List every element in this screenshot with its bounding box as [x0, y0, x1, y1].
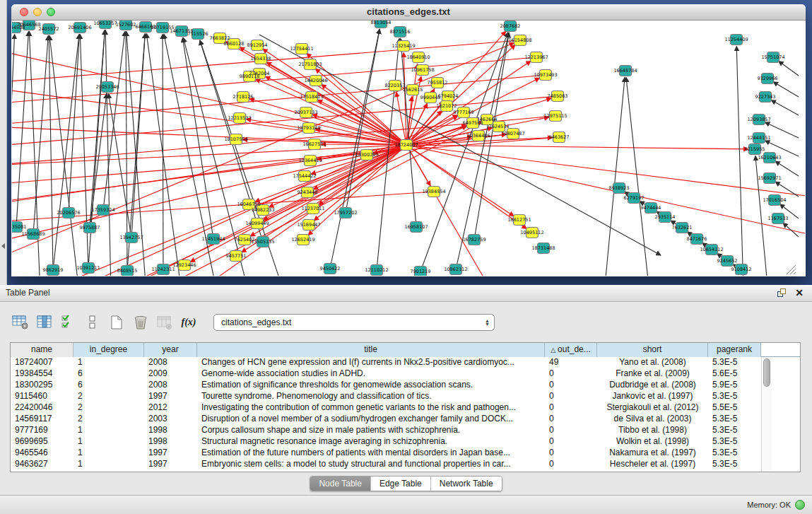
cell-out_de[interactable]: 0: [545, 368, 597, 380]
cell-pagerank[interactable]: 5.3E-5: [708, 425, 761, 436]
cell-out_de[interactable]: 0: [545, 436, 597, 448]
graph-edge[interactable]: [775, 161, 799, 176]
table-row[interactable]: 946554611997Estimation of the future num…: [11, 448, 800, 459]
graph-edge[interactable]: [16, 31, 28, 227]
graph-edge[interactable]: [108, 93, 131, 238]
column-header-out_de[interactable]: △out_de...: [545, 343, 597, 357]
cell-short[interactable]: de Silva et al. (2003): [597, 414, 708, 425]
column-header-pagerank[interactable]: pagerank: [708, 343, 761, 357]
cell-name[interactable]: 14569117: [11, 414, 73, 425]
cell-name[interactable]: 18724007: [11, 357, 73, 368]
cell-title[interactable]: Investigating the contribution of common…: [197, 402, 545, 414]
cell-in_degree[interactable]: 1: [73, 436, 144, 448]
cell-name[interactable]: 9115460: [11, 391, 73, 402]
cell-name[interactable]: 9777169: [11, 425, 73, 436]
graph-edge[interactable]: [111, 126, 466, 276]
cell-short[interactable]: Nakamura et al. (1997): [597, 448, 708, 459]
zoom-window-icon[interactable]: [47, 8, 55, 16]
table-scrollbar-thumb[interactable]: [763, 358, 770, 387]
table-settings-icon[interactable]: [10, 313, 31, 332]
cell-in_degree[interactable]: 1: [73, 459, 144, 470]
cell-out_de[interactable]: 0: [545, 414, 597, 425]
graph-edge[interactable]: [406, 145, 526, 229]
graph-edge[interactable]: [736, 46, 743, 276]
cell-name[interactable]: 9463627: [11, 459, 73, 470]
tab-node-table[interactable]: Node Table: [310, 477, 370, 491]
cell-pagerank[interactable]: 5.3E-5: [708, 391, 761, 402]
cell-title[interactable]: Embryonic stem cells: a model to study s…: [197, 459, 545, 470]
table-row[interactable]: 2242004622012Investigating the contribut…: [11, 402, 800, 414]
window-resize-grip[interactable]: [787, 265, 796, 274]
cell-title[interactable]: Corpus callosum shape and size in male p…: [197, 425, 545, 436]
cell-title[interactable]: Structural magnetic resonance image aver…: [197, 436, 545, 448]
table-scrollbar[interactable]: [761, 357, 772, 472]
cell-out_de[interactable]: 0: [545, 459, 597, 470]
new-table-icon[interactable]: [106, 313, 127, 332]
cell-year[interactable]: 2012: [144, 402, 197, 414]
cell-title[interactable]: Changes of HCN gene expression and I(f) …: [197, 357, 545, 368]
cell-out_de[interactable]: 0: [545, 391, 597, 402]
column-header-year[interactable]: year: [144, 343, 197, 357]
cell-short[interactable]: Hescheler et al. (1997): [597, 459, 708, 470]
graph-edge[interactable]: [33, 35, 48, 234]
cell-pagerank[interactable]: 5.5E-5: [708, 402, 761, 414]
cell-short[interactable]: Tibbo et al. (1998): [597, 425, 708, 436]
cell-name[interactable]: 9699695: [11, 436, 73, 448]
cell-in_degree[interactable]: 1: [73, 357, 144, 368]
table-row[interactable]: 946362711997Embryonic stem cells: a mode…: [11, 459, 800, 470]
cell-in_degree[interactable]: 1: [73, 448, 144, 459]
graph-edge[interactable]: [12, 192, 434, 222]
cell-out_de[interactable]: 0: [545, 402, 597, 414]
cell-out_de[interactable]: 0: [545, 380, 597, 391]
cell-in_degree[interactable]: 1: [73, 425, 144, 436]
cell-name[interactable]: 22420046: [11, 402, 73, 414]
graph-edge[interactable]: [256, 79, 406, 145]
cell-pagerank[interactable]: 5.3E-5: [708, 414, 761, 425]
graph-edge[interactable]: [604, 77, 625, 276]
graph-edge[interactable]: [49, 35, 53, 270]
graph-edge[interactable]: [779, 62, 799, 76]
cell-title[interactable]: Disruption of a novel member of a sodium…: [197, 414, 545, 425]
cell-out_de[interactable]: 49: [545, 357, 597, 368]
table-row[interactable]: 1872400712008Changes of HCN gene express…: [11, 357, 800, 368]
select-columns-icon[interactable]: [34, 313, 55, 332]
cell-name[interactable]: 19384554: [11, 368, 73, 380]
cell-title[interactable]: Estimation of the future numbers of pati…: [197, 448, 545, 459]
cell-pagerank[interactable]: 5.9E-5: [708, 380, 761, 391]
function-builder-icon[interactable]: f(x): [178, 313, 199, 332]
table-row[interactable]: 977716911998Corpus callosum shape and si…: [11, 425, 800, 436]
cell-pagerank[interactable]: 5.3E-5: [708, 448, 761, 459]
graph-edge[interactable]: [456, 33, 509, 269]
tab-network-table[interactable]: Network Table: [430, 477, 502, 491]
cell-year[interactable]: 1997: [144, 459, 197, 470]
window-titlebar[interactable]: citations_edges.txt: [11, 4, 806, 21]
graph-edge[interactable]: [783, 223, 799, 237]
cell-out_de[interactable]: 0: [545, 425, 597, 436]
table-row[interactable]: 1938455462009Genome-wide association stu…: [11, 368, 800, 380]
delete-table-icon[interactable]: [130, 313, 151, 332]
cell-in_degree[interactable]: 6: [73, 380, 144, 391]
cell-in_degree[interactable]: 2: [73, 414, 144, 425]
graph-edge[interactable]: [249, 99, 406, 145]
cell-year[interactable]: 2008: [144, 357, 197, 368]
column-header-short[interactable]: short: [597, 343, 708, 357]
cell-year[interactable]: 1997: [144, 448, 197, 459]
node-table[interactable]: namein_degreeyeartitle△out_de...shortpag…: [10, 342, 801, 472]
cell-short[interactable]: Franke et al. (2009): [597, 368, 708, 380]
network-svg[interactable]: 8844508206465682405572206914061065325715…: [12, 21, 805, 276]
cell-short[interactable]: Jankovic et al. (1997): [597, 391, 708, 402]
close-window-icon[interactable]: [20, 8, 28, 16]
cell-year[interactable]: 1998: [144, 425, 197, 436]
graph-edge[interactable]: [626, 77, 649, 276]
graph-edge[interactable]: [771, 100, 799, 115]
tab-edge-table[interactable]: Edge Table: [370, 477, 430, 491]
cell-in_degree[interactable]: 2: [73, 391, 144, 402]
close-panel-icon[interactable]: ✕: [795, 287, 804, 298]
cell-year[interactable]: 1997: [144, 391, 197, 402]
graph-edge[interactable]: [330, 29, 379, 269]
graph-edge[interactable]: [53, 34, 79, 270]
table-panel-header[interactable]: Table Panel ✕: [0, 285, 812, 302]
collapsed-panel-strip[interactable]: [0, 0, 7, 285]
select-rows-checklist-icon[interactable]: [58, 313, 79, 332]
cell-year[interactable]: 1998: [144, 436, 197, 448]
